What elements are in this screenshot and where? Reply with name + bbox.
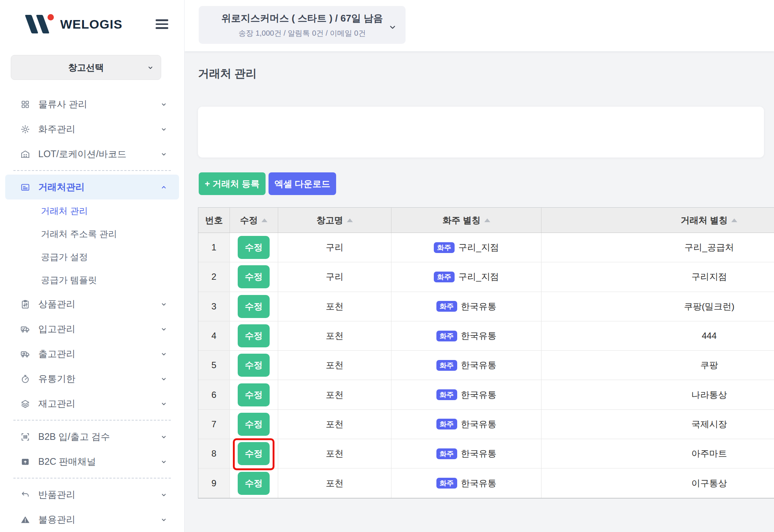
shipper-badge: 화주 (436, 360, 457, 371)
sidebar-item-returns[interactable]: 반품관리 (0, 482, 184, 507)
edit-button[interactable]: 수정 (238, 472, 270, 495)
sidebar-item-expiration[interactable]: 유통기한 (0, 366, 184, 391)
chevron-down-icon (160, 433, 168, 441)
filter-panel (198, 107, 764, 158)
sidebar-item-label: 반품관리 (38, 489, 160, 501)
edit-button[interactable]: 수정 (238, 324, 270, 347)
sidebar-item-b2b-inspection[interactable]: B2B 입/출고 검수 (0, 424, 184, 449)
sidebar-item-label: 물류사 관리 (38, 98, 160, 110)
workspace-title: 위로지스커머스 ( 스타트 ) / 67일 남음 (221, 12, 383, 25)
sidebar: WELOGIS 창고선택 물류사 관리화주관리LOT/로케이션/바코드거래처관리… (0, 0, 185, 532)
row-number: 2 (198, 262, 230, 291)
column-header-partner-alias[interactable]: 거래처 별칭 (542, 208, 774, 233)
shipper-alias: 한국유통 (461, 477, 497, 489)
warehouse-name: 포천 (278, 468, 392, 497)
shipper-badge: 화주 (436, 419, 457, 429)
workspace-dropdown[interactable]: 위로지스커머스 ( 스타트 ) / 67일 남음 송장 1,000건 / 알림톡… (199, 6, 406, 44)
warehouse-name: 포천 (278, 380, 392, 409)
workspace-stats: 송장 1,000건 / 알림톡 0건 / 이메일 0건 (238, 28, 365, 38)
shipper-alias-cell: 화주한국유통 (391, 439, 542, 468)
table-row: 9수정포천화주한국유통이구통상 (198, 468, 774, 498)
partner-alias: 아주마트 (542, 439, 774, 468)
shipper-badge: 화주 (436, 301, 457, 312)
row-number: 6 (198, 380, 230, 409)
edit-cell: 수정 (230, 262, 278, 291)
sidebar-subitem-label: 공급가 설정 (41, 251, 88, 263)
sidebar-item-label: 불용관리 (38, 513, 160, 526)
welogis-logo-icon (23, 14, 55, 34)
sidebar-item-shipper[interactable]: 화주관리 (0, 117, 184, 142)
shipper-badge: 화주 (436, 331, 457, 341)
edit-button[interactable]: 수정 (238, 265, 270, 288)
edit-cell: 수정 (230, 321, 278, 350)
column-header-shipper-alias[interactable]: 화주 별칭 (391, 208, 542, 233)
chevron-down-icon (160, 350, 168, 358)
return-icon (20, 490, 30, 500)
sidebar-item-supply-price-settings[interactable]: 공급가 설정 (0, 246, 184, 269)
sidebar-item-outbound[interactable]: 출고관리 (0, 341, 184, 366)
add-partner-button[interactable]: + 거래처 등록 (199, 172, 266, 195)
sidebar-item-defectives[interactable]: 불용관리 (0, 507, 184, 532)
excel-download-button[interactable]: 엑셀 다운로드 (269, 172, 336, 195)
page-title: 거래처 관리 (198, 66, 257, 81)
row-number: 3 (198, 292, 230, 321)
shipper-alias-cell: 화주구리_지점 (391, 233, 542, 262)
column-header-label: 번호 (205, 214, 223, 226)
sidebar-item-product[interactable]: 상품관리 (0, 292, 184, 317)
shipper-badge: 화주 (436, 448, 457, 459)
warehouse-name: 포천 (278, 292, 392, 321)
sidebar-item-logistics-company[interactable]: 물류사 관리 (0, 92, 184, 117)
sidebar-item-partner-address-book[interactable]: 거래처 주소록 관리 (0, 223, 184, 246)
partner-alias: 구리_공급처 (542, 233, 774, 262)
table-row: 3수정포천화주한국유통쿠팡(밀크런) (198, 292, 774, 321)
shipper-alias-cell: 화주한국유통 (391, 292, 542, 321)
shipper-badge: 화주 (434, 242, 455, 253)
shipper-badge: 화주 (434, 272, 455, 282)
row-number: 1 (198, 233, 230, 262)
sidebar-item-label: LOT/로케이션/바코드 (38, 148, 160, 160)
truck-out-icon (20, 349, 30, 359)
row-number: 4 (198, 321, 230, 350)
edit-button[interactable]: 수정 (238, 383, 270, 406)
grid-icon (20, 100, 30, 109)
sidebar-item-b2c-channel[interactable]: B2C 판매채널 (0, 449, 184, 474)
edit-button[interactable]: 수정 (238, 295, 270, 318)
row-number: 5 (198, 351, 230, 380)
edit-cell: 수정 (230, 439, 278, 468)
warehouse-select-dropdown[interactable]: 창고선택 (11, 55, 161, 80)
sidebar-item-label: B2B 입/출고 검수 (38, 431, 160, 443)
hamburger-menu-icon[interactable] (154, 18, 170, 30)
table-row: 7수정포천화주한국유통국제시장 (198, 410, 774, 439)
edit-button[interactable]: 수정 (238, 236, 270, 259)
column-header-warehouse[interactable]: 창고명 (278, 208, 392, 233)
warehouse-name: 구리 (278, 233, 392, 262)
edit-button[interactable]: 수정 (238, 413, 270, 436)
edit-button[interactable]: 수정 (238, 442, 270, 465)
sort-ascending-icon (484, 218, 490, 222)
chevron-down-icon (160, 516, 168, 523)
sidebar-nav: 물류사 관리화주관리LOT/로케이션/바코드거래처관리거래처 관리거래처 주소록… (0, 92, 184, 532)
sidebar-item-lot-location-barcode[interactable]: LOT/로케이션/바코드 (0, 142, 184, 166)
partner-alias: 이구통상 (542, 468, 774, 497)
sidebar-item-supply-price-template[interactable]: 공급가 템플릿 (0, 269, 184, 292)
sidebar-item-partner-list[interactable]: 거래처 관리 (0, 200, 184, 223)
barcode-icon (20, 432, 30, 442)
sort-ascending-icon (731, 218, 737, 222)
table-row: 4수정포천화주한국유통444 (198, 321, 774, 351)
column-header-edit[interactable]: 수정 (230, 208, 278, 233)
shipper-alias: 한국유통 (461, 359, 497, 371)
warning-icon (20, 515, 30, 525)
sidebar-item-inbound[interactable]: 입고관리 (0, 317, 184, 341)
partner-alias: 444 (542, 321, 774, 350)
sidebar-subitem-label: 거래처 관리 (41, 205, 88, 217)
sidebar-item-partner-management[interactable]: 거래처관리 (5, 175, 179, 200)
sidebar-item-inventory[interactable]: 재고관리 (0, 391, 184, 416)
sidebar-item-label: 유통기한 (38, 373, 160, 385)
table-header-row: 번호수정창고명화주 별칭거래처 별칭 (198, 208, 774, 233)
column-header-label: 화주 별칭 (442, 214, 481, 226)
warehouse-name: 포천 (278, 321, 392, 350)
chevron-up-icon (160, 184, 168, 191)
edit-button[interactable]: 수정 (238, 354, 270, 377)
warehouse-icon (20, 149, 30, 159)
shipper-badge: 화주 (436, 478, 457, 489)
